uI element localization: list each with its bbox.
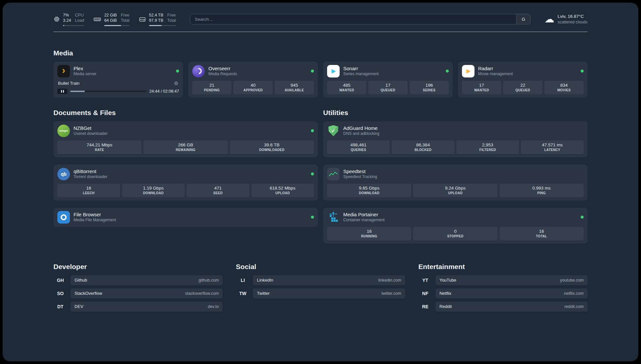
stat-tile: 47.571 ms LATENCY [521, 140, 584, 154]
stat-tile: 86,384 BLOCKED [392, 140, 454, 154]
nzbget-icon: nzbget [57, 125, 70, 137]
section-documents: Documents & Files nzbget NZBGet Usenet d… [53, 109, 318, 227]
seek-bar[interactable] [70, 91, 146, 92]
disk-total-label: Total [167, 18, 176, 23]
bookmark-link-twitter[interactable]: Twitter twitter.com [253, 288, 405, 298]
stat-tile: 196 SERIES [410, 81, 449, 94]
memory-bar-fill [104, 25, 121, 26]
cpu-icon [53, 16, 60, 22]
filebrowser-card[interactable]: File Browser Media File Management [53, 208, 318, 227]
stat-tile: 1.19 Gbps DOWNLOAD [122, 184, 185, 197]
section-utilities: Utilities ✓ AdGuard Home DNS and adblock… [323, 109, 588, 244]
section-developer: Developer GH Github github.com SO StackO… [53, 263, 223, 315]
disk-total: 97.9 TB [149, 18, 164, 23]
adguard-card[interactable]: ✓ AdGuard Home DNS and adblocking 498,46… [323, 121, 588, 157]
cpu-usage-widget: 7% 3.24 CPU Load [53, 13, 84, 26]
stat-tile: 16 RUNNING [327, 227, 411, 240]
speedtest-card[interactable]: Speedtest Speedtest Tracking 9.65 Gbps D… [323, 165, 588, 200]
stat-tile: 266 GB REMAINING [143, 140, 228, 154]
bookmark-link-github[interactable]: Github github.com [71, 275, 223, 285]
section-media: Media › Plex Media server [53, 49, 588, 98]
cpu-load: 3.24 [63, 18, 71, 23]
bookmark-link-dev[interactable]: DEV dev.to [71, 302, 223, 312]
bookmark-abbr: RE [418, 304, 432, 309]
bookmark-link-stackoverflow[interactable]: StackOverflow stackoverflow.com [71, 288, 223, 298]
section-title-entertainment: Entertainment [418, 263, 588, 271]
bookmark-abbr: DT [53, 304, 67, 309]
bookmark-link-youtube[interactable]: YouTube youtube.com [436, 275, 588, 285]
app-name: File Browser [74, 211, 116, 218]
weather-widget: ☁ Lviv, 16.87°C scattered clouds [544, 14, 588, 25]
pause-button[interactable] [57, 89, 67, 94]
sonarr-icon: ▶ [327, 65, 340, 77]
app-subtitle: Movie management [478, 72, 513, 77]
gear-icon[interactable]: ⚙ [174, 81, 178, 86]
stat-tile: 744.21 Mbps RATE [57, 140, 141, 154]
status-dot [581, 70, 584, 73]
section-title-documents: Documents & Files [53, 109, 318, 117]
stat-tile: 834 MOVIES [544, 81, 584, 94]
stat-tile: 618.52 Mbps UPLOAD [251, 184, 314, 197]
header-divider [53, 32, 588, 32]
section-entertainment: Entertainment YT YouTube youtube.com NF … [418, 263, 588, 315]
app-subtitle: Torrent downloader [74, 174, 107, 180]
nzbget-card[interactable]: nzbget NZBGet Usenet downloader 744.21 M… [53, 121, 318, 157]
search-input[interactable] [190, 14, 516, 24]
stat-tile: 498,461 QUERIES [327, 140, 390, 154]
bookmark-link-linkedin[interactable]: LinkedIn linkedin.com [253, 275, 405, 285]
app-name: NZBGet [74, 125, 107, 132]
stat-tile: 21 PENDING [192, 81, 231, 94]
weather-location: Lviv, 16.87°C [558, 14, 588, 19]
overseerr-icon [192, 65, 205, 77]
stat-tile: 17 WANTED [462, 81, 501, 94]
disk-bar-fill [149, 25, 162, 26]
app-name: Radarr [478, 65, 513, 72]
portainer-icon [327, 211, 340, 224]
bookmark-link-netflix[interactable]: Netflix netflix.com [436, 288, 588, 298]
cpu-percent: 7% [63, 13, 71, 18]
memory-icon [93, 16, 101, 22]
status-dot [311, 70, 314, 73]
bookmark-row: LI LinkedIn linkedin.com [236, 275, 405, 285]
app-subtitle: Media server [74, 72, 96, 77]
stat-tile: 16 LEECH [57, 184, 120, 197]
app-name: Media Portainer [343, 211, 384, 218]
sonarr-card[interactable]: ▶ Sonarr Series management 485 WANTED [323, 62, 453, 98]
section-title-developer: Developer [53, 263, 223, 271]
plex-card[interactable]: › Plex Media server Bullet Train ⚙ [53, 62, 183, 98]
memory-total: 64 GiB [104, 18, 117, 23]
search-provider-button[interactable]: G [516, 14, 530, 24]
app-subtitle: DNS and adblocking [343, 131, 379, 136]
bookmark-row: YT YouTube youtube.com [418, 275, 588, 285]
stat-tile: 945 AVAILABLE [275, 81, 314, 94]
portainer-card[interactable]: Media Portainer Container management 16 … [323, 208, 588, 244]
stat-tile: 471 SEED [187, 184, 249, 197]
memory-total-label: Total [121, 18, 129, 23]
status-dot [311, 129, 314, 132]
disk-icon [139, 16, 146, 22]
radarr-card[interactable]: ▶ Radarr Movie management 17 WANTED [458, 62, 588, 98]
bookmark-abbr: SO [53, 291, 67, 296]
qbittorrent-card[interactable]: qb qBittorrent Torrent downloader 16 LEE… [53, 165, 318, 200]
cpu-bar-fill [63, 25, 64, 26]
stat-tile: 40 APPROVED [233, 81, 273, 94]
app-name: Speedtest [343, 168, 377, 175]
section-title-utilities: Utilities [323, 109, 588, 117]
qbittorrent-icon: qb [57, 168, 70, 180]
disk-free-label: Free [167, 13, 176, 18]
cpu-label: CPU [75, 13, 84, 18]
app-subtitle: Speedtest Tracking [343, 174, 377, 180]
overseerr-card[interactable]: Overseerr Media Requests 21 PENDING 40 A… [188, 62, 318, 98]
status-dot [311, 216, 314, 219]
seek-fill [70, 91, 85, 92]
dashboard-panel: 7% 3.24 CPU Load [3, 3, 638, 361]
bookmark-abbr: GH [53, 278, 67, 283]
memory-free: 22 GiB [104, 13, 117, 18]
weather-condition: scattered clouds [558, 19, 588, 25]
app-subtitle: Usenet downloader [74, 131, 107, 136]
app-name: Plex [74, 65, 96, 72]
app-name: Sonarr [343, 65, 379, 72]
stat-tile: 17 QUEUED [368, 81, 408, 94]
disk-usage-widget: 52.4 TB 97.9 TB Free Total [139, 13, 176, 26]
bookmark-link-reddit[interactable]: Reddit reddit.com [436, 302, 588, 312]
